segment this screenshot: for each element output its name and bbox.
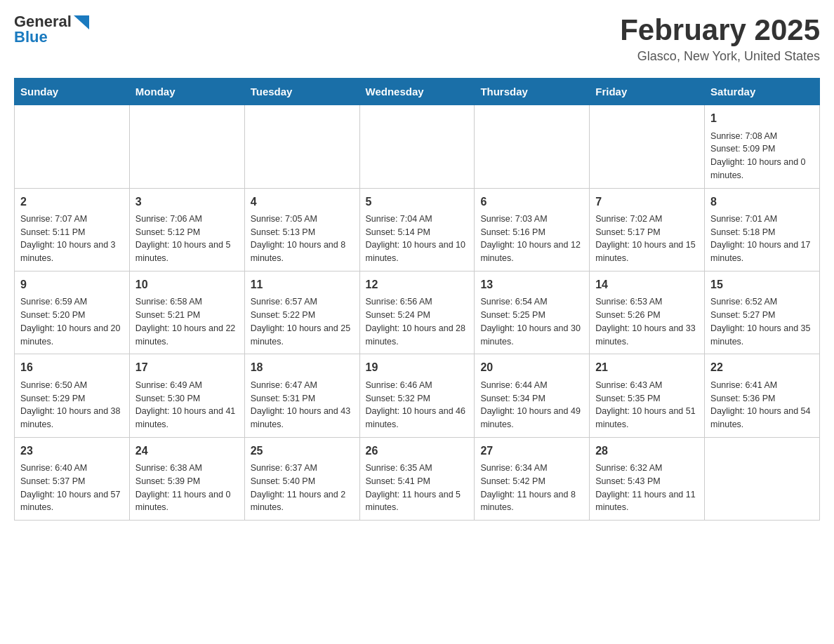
calendar-cell: 27Sunrise: 6:34 AMSunset: 5:42 PMDayligh… bbox=[475, 437, 590, 520]
calendar-table: SundayMondayTuesdayWednesdayThursdayFrid… bbox=[14, 78, 820, 521]
day-info: Sunrise: 6:40 AMSunset: 5:37 PMDaylight:… bbox=[20, 462, 124, 514]
title-section: February 2025 Glasco, New York, United S… bbox=[620, 14, 820, 64]
day-info: Sunrise: 6:58 AMSunset: 5:21 PMDaylight:… bbox=[135, 295, 239, 348]
day-number: 24 bbox=[135, 443, 239, 459]
calendar-cell: 12Sunrise: 6:56 AMSunset: 5:24 PMDayligh… bbox=[359, 271, 475, 354]
calendar-cell: 14Sunrise: 6:53 AMSunset: 5:26 PMDayligh… bbox=[590, 271, 705, 354]
calendar-week-row: 23Sunrise: 6:40 AMSunset: 5:37 PMDayligh… bbox=[15, 437, 820, 520]
day-info: Sunrise: 6:46 AMSunset: 5:32 PMDaylight:… bbox=[366, 379, 469, 431]
day-info: Sunrise: 6:43 AMSunset: 5:35 PMDaylight:… bbox=[595, 379, 699, 431]
day-number: 11 bbox=[251, 277, 354, 293]
day-info: Sunrise: 7:06 AMSunset: 5:12 PMDaylight:… bbox=[135, 213, 239, 265]
calendar-day-header: Friday bbox=[590, 79, 705, 105]
day-number: 10 bbox=[135, 277, 239, 293]
day-info: Sunrise: 6:47 AMSunset: 5:31 PMDaylight:… bbox=[251, 379, 354, 431]
calendar-cell: 21Sunrise: 6:43 AMSunset: 5:35 PMDayligh… bbox=[590, 354, 705, 437]
main-title: February 2025 bbox=[620, 14, 820, 46]
subtitle: Glasco, New York, United States bbox=[620, 49, 820, 64]
calendar-cell bbox=[244, 105, 359, 188]
logo-blue: Blue bbox=[14, 29, 89, 45]
day-info: Sunrise: 7:05 AMSunset: 5:13 PMDaylight:… bbox=[251, 213, 354, 265]
day-info: Sunrise: 7:01 AMSunset: 5:18 PMDaylight:… bbox=[710, 213, 814, 265]
calendar-day-header: Tuesday bbox=[244, 79, 359, 105]
day-number: 27 bbox=[480, 443, 583, 459]
calendar-day-header: Sunday bbox=[15, 79, 130, 105]
day-number: 8 bbox=[710, 194, 814, 210]
day-number: 21 bbox=[595, 360, 699, 375]
calendar-cell: 10Sunrise: 6:58 AMSunset: 5:21 PMDayligh… bbox=[129, 271, 244, 354]
calendar-cell: 11Sunrise: 6:57 AMSunset: 5:22 PMDayligh… bbox=[244, 271, 359, 354]
day-number: 2 bbox=[20, 194, 124, 210]
calendar-cell: 24Sunrise: 6:38 AMSunset: 5:39 PMDayligh… bbox=[129, 437, 244, 520]
day-number: 20 bbox=[480, 360, 583, 375]
calendar-cell: 28Sunrise: 6:32 AMSunset: 5:43 PMDayligh… bbox=[590, 437, 705, 520]
calendar-cell bbox=[475, 105, 590, 188]
day-number: 4 bbox=[251, 194, 354, 210]
calendar-cell: 20Sunrise: 6:44 AMSunset: 5:34 PMDayligh… bbox=[475, 354, 590, 437]
calendar-cell: 7Sunrise: 7:02 AMSunset: 5:17 PMDaylight… bbox=[590, 188, 705, 271]
calendar-cell bbox=[590, 105, 705, 188]
calendar-day-header: Saturday bbox=[705, 79, 820, 105]
day-info: Sunrise: 6:44 AMSunset: 5:34 PMDaylight:… bbox=[480, 379, 583, 431]
day-info: Sunrise: 6:37 AMSunset: 5:40 PMDaylight:… bbox=[251, 462, 354, 514]
day-number: 14 bbox=[595, 277, 699, 293]
day-number: 17 bbox=[135, 360, 239, 375]
day-number: 5 bbox=[366, 194, 469, 210]
page-header: General Blue February 2025 Glasco, New Y… bbox=[14, 14, 820, 64]
calendar-cell: 8Sunrise: 7:01 AMSunset: 5:18 PMDaylight… bbox=[705, 188, 820, 271]
day-number: 12 bbox=[366, 277, 469, 293]
calendar-cell: 26Sunrise: 6:35 AMSunset: 5:41 PMDayligh… bbox=[359, 437, 475, 520]
calendar-header-row: SundayMondayTuesdayWednesdayThursdayFrid… bbox=[15, 79, 820, 105]
calendar-cell: 4Sunrise: 7:05 AMSunset: 5:13 PMDaylight… bbox=[244, 188, 359, 271]
calendar-day-header: Monday bbox=[129, 79, 244, 105]
day-info: Sunrise: 7:03 AMSunset: 5:16 PMDaylight:… bbox=[480, 213, 583, 265]
day-number: 23 bbox=[20, 443, 124, 459]
day-info: Sunrise: 6:34 AMSunset: 5:42 PMDaylight:… bbox=[480, 462, 583, 514]
day-info: Sunrise: 7:04 AMSunset: 5:14 PMDaylight:… bbox=[366, 213, 469, 265]
calendar-cell: 2Sunrise: 7:07 AMSunset: 5:11 PMDaylight… bbox=[15, 188, 130, 271]
calendar-week-row: 9Sunrise: 6:59 AMSunset: 5:20 PMDaylight… bbox=[15, 271, 820, 354]
calendar-cell: 6Sunrise: 7:03 AMSunset: 5:16 PMDaylight… bbox=[475, 188, 590, 271]
logo: General Blue bbox=[14, 14, 89, 45]
calendar-cell: 17Sunrise: 6:49 AMSunset: 5:30 PMDayligh… bbox=[129, 354, 244, 437]
day-info: Sunrise: 6:41 AMSunset: 5:36 PMDaylight:… bbox=[710, 379, 814, 431]
day-info: Sunrise: 6:57 AMSunset: 5:22 PMDaylight:… bbox=[251, 295, 354, 348]
calendar-cell bbox=[705, 437, 820, 520]
calendar-cell: 15Sunrise: 6:52 AMSunset: 5:27 PMDayligh… bbox=[705, 271, 820, 354]
calendar-cell: 19Sunrise: 6:46 AMSunset: 5:32 PMDayligh… bbox=[359, 354, 475, 437]
day-number: 7 bbox=[595, 194, 699, 210]
day-info: Sunrise: 7:02 AMSunset: 5:17 PMDaylight:… bbox=[595, 213, 699, 265]
day-number: 9 bbox=[20, 277, 124, 293]
day-number: 3 bbox=[135, 194, 239, 210]
day-info: Sunrise: 7:07 AMSunset: 5:11 PMDaylight:… bbox=[20, 213, 124, 265]
day-info: Sunrise: 6:56 AMSunset: 5:24 PMDaylight:… bbox=[366, 295, 469, 348]
calendar-cell bbox=[129, 105, 244, 188]
calendar-cell: 23Sunrise: 6:40 AMSunset: 5:37 PMDayligh… bbox=[15, 437, 130, 520]
day-number: 25 bbox=[251, 443, 354, 459]
day-number: 18 bbox=[251, 360, 354, 375]
day-number: 6 bbox=[480, 194, 583, 210]
day-info: Sunrise: 6:49 AMSunset: 5:30 PMDaylight:… bbox=[135, 379, 239, 431]
day-info: Sunrise: 6:59 AMSunset: 5:20 PMDaylight:… bbox=[20, 295, 124, 348]
day-number: 28 bbox=[595, 443, 699, 459]
day-number: 15 bbox=[710, 277, 814, 293]
calendar-day-header: Thursday bbox=[475, 79, 590, 105]
calendar-day-header: Wednesday bbox=[359, 79, 475, 105]
calendar-week-row: 1Sunrise: 7:08 AMSunset: 5:09 PMDaylight… bbox=[15, 105, 820, 188]
calendar-cell: 9Sunrise: 6:59 AMSunset: 5:20 PMDaylight… bbox=[15, 271, 130, 354]
calendar-cell: 22Sunrise: 6:41 AMSunset: 5:36 PMDayligh… bbox=[705, 354, 820, 437]
calendar-cell: 3Sunrise: 7:06 AMSunset: 5:12 PMDaylight… bbox=[129, 188, 244, 271]
calendar-cell: 5Sunrise: 7:04 AMSunset: 5:14 PMDaylight… bbox=[359, 188, 475, 271]
calendar-cell bbox=[15, 105, 130, 188]
day-number: 16 bbox=[20, 360, 124, 375]
day-number: 19 bbox=[366, 360, 469, 375]
svg-marker-0 bbox=[74, 15, 89, 29]
day-number: 22 bbox=[710, 360, 814, 375]
day-number: 26 bbox=[366, 443, 469, 459]
logo-general: General bbox=[14, 14, 89, 29]
day-info: Sunrise: 7:08 AMSunset: 5:09 PMDaylight:… bbox=[710, 130, 814, 182]
calendar-cell: 18Sunrise: 6:47 AMSunset: 5:31 PMDayligh… bbox=[244, 354, 359, 437]
calendar-cell: 13Sunrise: 6:54 AMSunset: 5:25 PMDayligh… bbox=[475, 271, 590, 354]
day-info: Sunrise: 6:35 AMSunset: 5:41 PMDaylight:… bbox=[366, 462, 469, 514]
calendar-week-row: 2Sunrise: 7:07 AMSunset: 5:11 PMDaylight… bbox=[15, 188, 820, 271]
